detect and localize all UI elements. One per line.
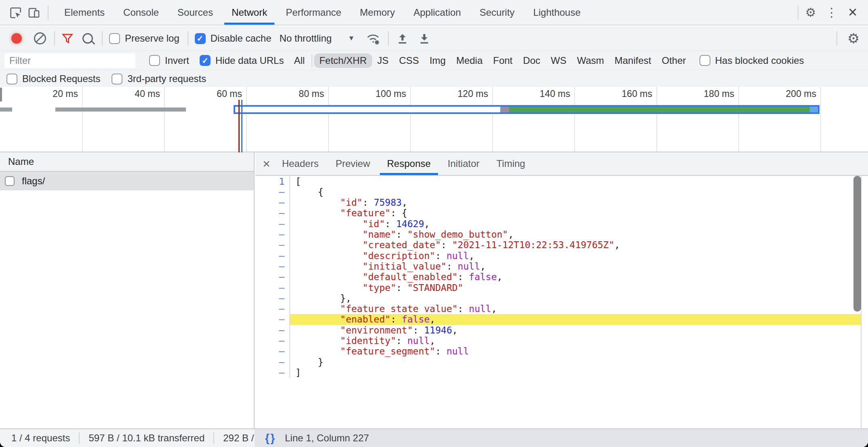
code-text: "feature_segment": null [290, 346, 868, 357]
code-line: – "initial_value": null, [255, 261, 868, 272]
network-settings-gear-icon[interactable]: ⚙ [845, 30, 862, 46]
invert-checkbox[interactable] [149, 55, 160, 66]
has-blocked-cookies-checkbox[interactable] [699, 55, 710, 66]
tab-memory[interactable]: Memory [351, 0, 405, 25]
detail-tab-response[interactable]: Response [379, 152, 439, 175]
inspect-element-icon[interactable] [7, 4, 23, 21]
summary-segment: 597 B / 10.1 kB transferred [88, 432, 204, 444]
network-conditions-icon[interactable] [365, 32, 381, 45]
har-export-icon[interactable] [396, 32, 409, 45]
fold-marker-icon[interactable]: – [255, 356, 290, 367]
overview-selected-request-bar [234, 105, 820, 114]
type-chip-other[interactable]: Other [656, 53, 691, 68]
filter-bar: Invert Hide data URLs All Fetch/XHRJSCSS… [0, 51, 868, 70]
close-detail-icon[interactable]: × [263, 156, 270, 171]
tab-performance[interactable]: Performance [276, 0, 350, 25]
scrollbar-track[interactable] [861, 176, 868, 428]
format-braces-icon[interactable]: {} [265, 432, 276, 445]
tab-elements[interactable]: Elements [55, 0, 114, 25]
tab-sources[interactable]: Sources [168, 0, 222, 25]
throttling-select[interactable]: No throttling [279, 33, 331, 44]
blocked-requests-checkbox[interactable] [6, 74, 17, 84]
fold-marker-icon[interactable]: – [255, 293, 290, 304]
record-network-log-icon[interactable] [11, 33, 22, 44]
tab-application[interactable]: Application [404, 0, 470, 25]
third-party-requests-label: 3rd-party requests [127, 73, 206, 84]
device-toolbar-icon[interactable] [26, 4, 42, 21]
type-chip-css[interactable]: CSS [394, 53, 424, 68]
preserve-log-checkbox[interactable] [109, 33, 120, 44]
fold-marker-icon[interactable]: – [255, 304, 290, 314]
timeline-gridline [328, 87, 329, 152]
detail-tab-preview[interactable]: Preview [327, 152, 378, 175]
code-text: } [290, 356, 868, 367]
overview-bar-segment [500, 107, 509, 112]
code-line: – "feature": { [255, 208, 868, 219]
filter-input[interactable] [4, 53, 135, 68]
fold-marker-icon[interactable]: – [255, 218, 290, 229]
type-chip-ws[interactable]: WS [546, 53, 572, 68]
timeline-gridline [410, 87, 411, 152]
detail-tab-headers[interactable]: Headers [274, 152, 327, 175]
type-chip-font[interactable]: Font [488, 53, 518, 68]
third-party-requests-checkbox[interactable] [112, 74, 122, 84]
divider [388, 31, 389, 46]
fold-marker-icon[interactable]: – [255, 240, 290, 251]
fold-marker-icon[interactable]: – [255, 282, 290, 293]
detail-tab-timing[interactable]: Timing [488, 152, 534, 175]
fold-marker-icon[interactable]: – [255, 346, 290, 357]
disable-cache-label: Disable cache [211, 33, 272, 44]
timeline-gridline [656, 87, 657, 152]
fold-marker-icon[interactable]: – [255, 197, 290, 208]
search-icon[interactable] [82, 33, 93, 44]
request-detail-pane: × HeadersPreviewResponseInitiatorTiming … [255, 152, 868, 428]
fold-marker-icon[interactable]: – [255, 229, 290, 240]
code-line: –] [255, 367, 868, 378]
scrollbar-thumb[interactable] [853, 176, 861, 312]
type-chip-wasm[interactable]: Wasm [572, 53, 609, 68]
close-devtools-icon[interactable]: × [844, 4, 862, 21]
code-text: "id": 75983, [290, 197, 868, 208]
code-line: – "environment": 11946, [255, 325, 868, 335]
type-chip-js[interactable]: JS [372, 53, 394, 68]
fold-marker-icon[interactable]: – [255, 314, 290, 325]
timeline-tick-label: 60 ms [181, 89, 242, 101]
disable-cache-checkbox[interactable] [195, 33, 206, 44]
type-chip-all[interactable]: All [289, 53, 310, 68]
network-overview-timeline[interactable]: 20 ms40 ms60 ms80 ms100 ms120 ms140 ms16… [0, 87, 868, 152]
fold-marker-icon[interactable]: – [255, 186, 290, 197]
filter-funnel-icon[interactable] [61, 32, 74, 44]
response-source-viewer[interactable]: 1[– {– "id": 75983,– "feature": {– "id":… [255, 176, 868, 428]
fold-marker-icon[interactable]: – [255, 272, 290, 283]
kebab-menu-icon[interactable]: ⋮ [823, 5, 841, 19]
clear-network-log-icon[interactable] [34, 32, 46, 44]
hide-data-urls-checkbox[interactable] [200, 55, 211, 66]
timeline-tick-label: 160 ms [592, 89, 652, 101]
type-chip-doc[interactable]: Doc [518, 53, 546, 68]
tab-network[interactable]: Network [222, 0, 276, 25]
fold-marker-icon[interactable]: – [255, 335, 290, 346]
type-chip-media[interactable]: Media [451, 53, 488, 68]
tab-console[interactable]: Console [114, 0, 168, 25]
fold-marker-icon[interactable]: – [255, 325, 290, 335]
type-chip-manifest[interactable]: Manifest [609, 53, 657, 68]
name-column-header[interactable]: Name [0, 152, 254, 172]
type-chip-img[interactable]: Img [424, 53, 451, 68]
throttling-dropdown-arrow-icon[interactable]: ▼ [348, 34, 355, 42]
tab-lighthouse[interactable]: Lighthouse [524, 0, 590, 25]
fold-marker-icon[interactable]: – [255, 367, 290, 378]
request-row-flags[interactable]: flags/ [0, 172, 254, 190]
code-text: "environment": 11946, [290, 325, 868, 335]
fold-marker-icon[interactable]: – [255, 208, 290, 219]
detail-tab-initiator[interactable]: Initiator [439, 152, 488, 175]
settings-gear-icon[interactable]: ⚙ [802, 5, 820, 19]
type-chip-fetchxhr[interactable]: Fetch/XHR [314, 53, 372, 68]
code-line: – "type": "STANDARD" [255, 282, 868, 293]
fold-marker-icon[interactable]: – [255, 261, 290, 272]
overview-bar-segment [509, 107, 810, 112]
request-row-checkbox[interactable] [5, 176, 15, 186]
tab-security[interactable]: Security [470, 0, 524, 25]
fold-marker-icon[interactable]: – [255, 250, 290, 261]
har-import-icon[interactable] [418, 32, 431, 45]
code-line: – "created_date": "2021-11-12T10:22:53.4… [255, 240, 868, 251]
